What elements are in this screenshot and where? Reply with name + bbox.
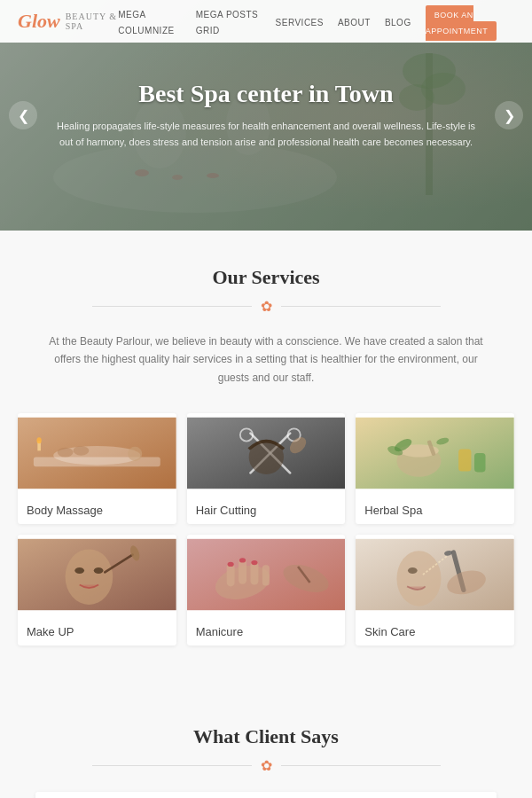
hero-subtitle: Healing propagates life-style measures f…	[53, 119, 479, 150]
nav-item-services[interactable]: SERVICES	[276, 13, 324, 29]
herbal-spa-image	[356, 413, 514, 493]
nav-link-services[interactable]: SERVICES	[276, 18, 324, 27]
svg-point-47	[239, 558, 246, 562]
manicure-label: Manicure	[187, 618, 346, 645]
svg-point-48	[251, 560, 257, 565]
services-title: Our Services	[18, 266, 514, 289]
hair-cutting-label: Hair Cutting	[187, 497, 346, 524]
right-arrow-icon: ❯	[504, 107, 515, 124]
herbal-spa-label: Herbal Spa	[356, 497, 514, 524]
svg-rect-29	[458, 450, 471, 472]
skincare-label: Skin Care	[356, 618, 514, 645]
services-grid: Body Massage	[18, 413, 514, 645]
body-massage-image	[18, 413, 176, 493]
svg-rect-30	[474, 453, 486, 472]
svg-point-35	[66, 550, 113, 606]
testimonials-title: What Client Says	[18, 725, 514, 748]
services-description: At the Beauty Parlour, we believe in bea…	[44, 332, 488, 387]
svg-point-53	[408, 567, 418, 574]
skincare-image	[356, 535, 514, 614]
left-arrow-icon: ❮	[18, 107, 29, 124]
makeup-image	[18, 535, 176, 614]
testimonials-section: What Client Says ✿ Vestibulum ante ipsum…	[0, 690, 532, 798]
svg-point-15	[74, 446, 90, 456]
service-card-skincare[interactable]: Skin Care	[356, 535, 514, 645]
book-appointment-button[interactable]: BOOK AN APPOINTMENT	[426, 5, 497, 41]
service-card-hair-cutting[interactable]: Hair Cutting	[187, 413, 346, 524]
hero-next-button[interactable]: ❯	[495, 101, 523, 129]
services-section: Our Services ✿ At the Beauty Parlour, we…	[0, 231, 532, 690]
testimonials-divider: ✿	[18, 757, 514, 774]
svg-point-17	[36, 437, 41, 443]
svg-point-37	[94, 567, 104, 574]
nav-link-blog[interactable]: BLOG	[385, 18, 411, 27]
nav-link-about[interactable]: ABOUT	[338, 18, 371, 27]
logo-glow: Glow	[18, 10, 60, 33]
service-card-manicure[interactable]: Manicure	[187, 535, 346, 645]
testimonial-card: Vestibulum ante ipsum primis in faucibus…	[35, 792, 497, 798]
svg-point-46	[227, 562, 233, 567]
svg-point-36	[74, 567, 84, 574]
services-divider-icon: ✿	[261, 298, 272, 315]
body-massage-label: Body Massage	[18, 497, 176, 524]
nav-link-mega-posts[interactable]: MEGA POSTS GRID	[196, 10, 259, 35]
svg-point-52	[397, 551, 442, 606]
nav-item-blog[interactable]: BLOG	[385, 13, 411, 29]
service-card-body-massage[interactable]: Body Massage	[18, 413, 176, 524]
nav-cta[interactable]: BOOK AN APPOINTMENT	[426, 5, 514, 37]
nav-links: MEGA COLUMNIZE MEGA POSTS GRID SERVICES …	[118, 5, 514, 37]
nav-link-mega-columnize[interactable]: MEGA COLUMNIZE	[118, 10, 174, 35]
svg-point-14	[58, 448, 74, 458]
service-card-makeup[interactable]: Make UP	[18, 535, 176, 645]
hero-title: Best Spa center in Town	[53, 80, 479, 108]
makeup-label: Make UP	[18, 618, 176, 645]
svg-point-13	[128, 447, 142, 461]
logo-sub: Beauty & Spa	[66, 12, 119, 31]
nav-item-mega-posts[interactable]: MEGA POSTS GRID	[196, 5, 262, 37]
hero-prev-button[interactable]: ❮	[9, 101, 37, 129]
services-divider: ✿	[18, 298, 514, 315]
nav-item-about[interactable]: ABOUT	[338, 13, 371, 29]
navbar: Glow Beauty & Spa MEGA COLUMNIZE MEGA PO…	[0, 0, 532, 43]
svg-rect-45	[262, 565, 270, 585]
service-card-herbal-spa[interactable]: Herbal Spa	[356, 413, 514, 524]
hair-cutting-image	[187, 413, 346, 493]
testimonials-divider-icon: ✿	[261, 757, 272, 774]
logo: Glow Beauty & Spa	[18, 10, 118, 33]
manicure-image	[187, 535, 346, 614]
hero-content: Best Spa center in Town Healing propagat…	[0, 80, 532, 150]
nav-item-mega-columnize[interactable]: MEGA COLUMNIZE	[118, 5, 181, 37]
